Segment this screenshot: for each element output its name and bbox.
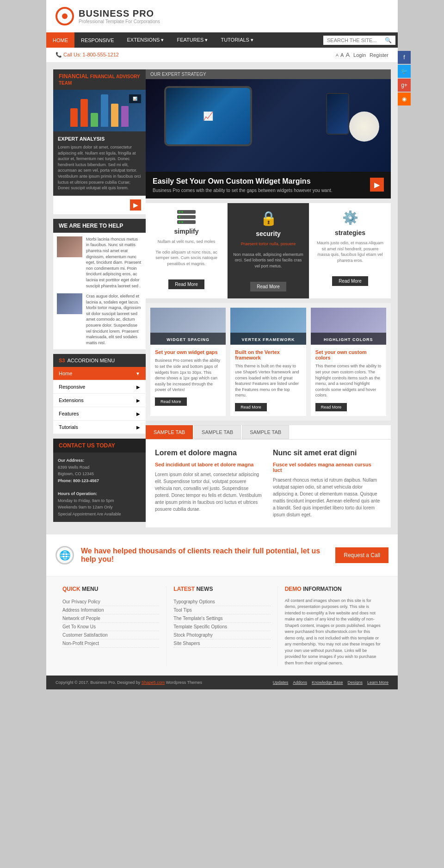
accordion-responsive[interactable]: Responsive ▶ — [53, 380, 146, 394]
footer-link-knowledge[interactable]: Knowledge Base — [312, 680, 343, 685]
tab-2[interactable]: SAMPLE TAB — [194, 425, 241, 439]
login-link[interactable]: Login — [353, 52, 366, 58]
help-image-1 — [57, 236, 82, 257]
col-card-title-3: Set your own custom colors — [315, 349, 382, 360]
cta-text: We have helped thousands of clients reac… — [81, 547, 335, 564]
search-box[interactable]: 🔍 — [323, 36, 395, 45]
footer-quick-item-6[interactable]: Non-Profit Project — [62, 639, 159, 648]
register-link[interactable]: Register — [370, 52, 388, 58]
accordion-widget: S3 ACCORDION MENU Home ▼ Responsive ▶ Ex… — [53, 354, 146, 434]
footer-demo-text: All content and images shown on this sit… — [285, 598, 382, 667]
footer-col-quick: QUICK MENU Our Privacy Policy Address In… — [56, 586, 166, 667]
footer-news-item-1[interactable]: Typography Options — [173, 598, 270, 606]
expert-title: EXPERT ANALYSIS — [58, 136, 141, 142]
tab-nav: SAMPLE TAB SAMPLE TAB SAMPLE TAB — [146, 425, 391, 440]
footer-quick-item-2[interactable]: Address Information — [62, 606, 159, 614]
logo-icon — [62, 13, 68, 19]
col-img-label-1: WIDGET SPACING — [150, 333, 226, 345]
accordion-extensions[interactable]: Extensions ▶ — [53, 394, 146, 407]
accordion-title: ACCORDION MENU — [67, 358, 115, 363]
footer-news-item-3[interactable]: The Template's Settings — [173, 614, 270, 623]
col-card-2: VERTEX FRAMEWORK Built on the Vertex fra… — [230, 308, 306, 416]
shape5-link[interactable]: Shape5.com — [142, 680, 165, 685]
footer-quick-item-3[interactable]: Network of People — [62, 614, 159, 623]
chevron-right-icon-4: ▶ — [136, 425, 140, 430]
read-more-btn-1[interactable]: Read More — [168, 279, 204, 289]
col-read-more-1[interactable]: Read More — [155, 397, 187, 406]
search-icon: 🔍 — [385, 37, 392, 43]
col-card-img-2: VERTEX FRAMEWORK — [230, 308, 306, 345]
search-input[interactable] — [327, 37, 382, 43]
tab-3[interactable]: SAMPLE TAB — [242, 425, 289, 439]
footer-quick-item-1[interactable]: Our Privacy Policy — [62, 598, 159, 606]
rss-icon[interactable]: ◉ — [398, 93, 411, 105]
footer-link-learn[interactable]: Learn More — [367, 680, 388, 685]
bar-6 — [121, 106, 129, 127]
footer-col-news-title: LATEST NEWS — [173, 586, 270, 592]
contact-widget: CONTACT US TODAY Our Address: 6399 Wells… — [53, 439, 146, 522]
help-text-2: Cras augue dolor, eleifend et lacinia a,… — [86, 293, 142, 346]
footer-quick-item-5[interactable]: Customer Satisfaction — [62, 631, 159, 639]
col-card-body-3: Set your own custom colors This theme co… — [311, 345, 386, 416]
cta-section: 🌐 We have helped thousands of clients re… — [46, 539, 398, 571]
nav-extensions[interactable]: EXTENSIONS ▾ — [121, 32, 171, 48]
chevron-right-icon: ▶ — [136, 384, 140, 390]
phone-screen — [327, 94, 348, 134]
tab-1[interactable]: SAMPLE TAB — [146, 425, 193, 439]
nav-home[interactable]: HOME — [46, 32, 74, 48]
col-card-body-1: Set your own widget gaps Business Pro co… — [150, 345, 226, 410]
site-header: BUSINESS PRO Professional Template For C… — [46, 0, 398, 32]
hero-subtitle: Business Pro comes with the ability to s… — [153, 188, 384, 193]
accordion-items: Home ▼ Responsive ▶ Extensions ▶ Feature… — [53, 367, 146, 434]
help-header: WE ARE HERE TO HELP — [53, 219, 146, 233]
financial-widget: FINANCIAL FINANCIAL ADVISORY TEAM 📊 EXPE… — [53, 69, 146, 214]
feature-simplify: simplify Nullam at velit nunc, sed moles… — [146, 203, 228, 298]
nav-responsive[interactable]: RESPONSIVE — [74, 32, 121, 48]
col-card-title-2: Built on the Vertex framework — [235, 349, 301, 360]
footer-link-updates[interactable]: Updates — [273, 680, 289, 685]
footer-quick-list: Our Privacy Policy Address Information N… — [62, 598, 159, 648]
hero-next-button[interactable]: ▶ — [370, 178, 384, 192]
footer-col-news: LATEST NEWS Typography Options Tool Tips… — [166, 586, 278, 667]
feature-sub-3: Mauris justo odio, et massa Aliquam sit … — [315, 240, 385, 263]
nav-tutorials[interactable]: TUTORIALS ▾ — [214, 32, 260, 48]
contact-info: Our Address: 6399 Wells Road Bigtown, CO… — [53, 453, 146, 522]
twitter-icon[interactable]: 🐦 — [398, 65, 411, 78]
request-call-button[interactable]: Request a Call — [335, 547, 388, 563]
footer-link-designs[interactable]: Designs — [347, 680, 363, 685]
googleplus-icon[interactable]: g+ — [398, 79, 411, 92]
footer-news-item-5[interactable]: Stock Photography — [173, 631, 270, 639]
col-card-text-2: This theme is built on the easy to use S… — [235, 363, 301, 398]
feature-title-3: strategies — [315, 229, 385, 236]
text-size-small[interactable]: A — [336, 53, 339, 57]
bar-5 — [111, 104, 118, 127]
footer-news-item-2[interactable]: Tool Tips — [173, 606, 270, 614]
read-more-btn-2[interactable]: Read More — [250, 282, 286, 291]
facebook-icon[interactable]: f — [398, 51, 411, 64]
tablet-device: 📈 — [164, 86, 252, 146]
footer-news-item-4[interactable]: Template Specific Options — [173, 623, 270, 631]
col-read-more-2[interactable]: Read More — [235, 403, 267, 411]
accordion-features[interactable]: Features ▶ — [53, 407, 146, 421]
sub-header: 📞 Call Us: 1-800-555-1212 A A A Login Re… — [46, 48, 398, 62]
accordion-tutorials[interactable]: Tutorials ▶ — [53, 421, 146, 434]
tab-col-1: Lorem et dolore magna Sed incididunt ut … — [155, 449, 264, 518]
col-read-more-3[interactable]: Read More — [315, 403, 347, 411]
text-size-large[interactable]: A — [345, 51, 350, 58]
help-items: Morbi lacinia rhoncus metus in faucibus.… — [53, 233, 146, 350]
feature-sub-2: Non massa elit, adipiscing elementum orc… — [233, 252, 303, 269]
expert-arrow[interactable]: ▶ — [130, 199, 141, 211]
footer-link-addons[interactable]: Addons — [293, 680, 307, 685]
nav-features[interactable]: FEATURES ▾ — [171, 32, 215, 48]
footer-news-item-6[interactable]: Site Shapers — [173, 639, 270, 648]
text-size-medium[interactable]: A — [340, 52, 344, 58]
gauge-icon: ⚙️ — [315, 210, 385, 225]
tablet-screen: 📈 — [166, 88, 250, 144]
feature-title-2: security — [233, 230, 303, 237]
read-more-btn-3[interactable]: Read More — [332, 276, 368, 286]
main-content: FINANCIAL FINANCIAL ADVISORY TEAM 📊 EXPE… — [46, 62, 398, 534]
three-col-section: WIDGET SPACING Set your own widget gaps … — [146, 303, 391, 421]
accordion-home[interactable]: Home ▼ — [53, 367, 146, 380]
bar-4 — [101, 94, 108, 127]
footer-quick-item-4[interactable]: Get To Know Us — [62, 623, 159, 631]
